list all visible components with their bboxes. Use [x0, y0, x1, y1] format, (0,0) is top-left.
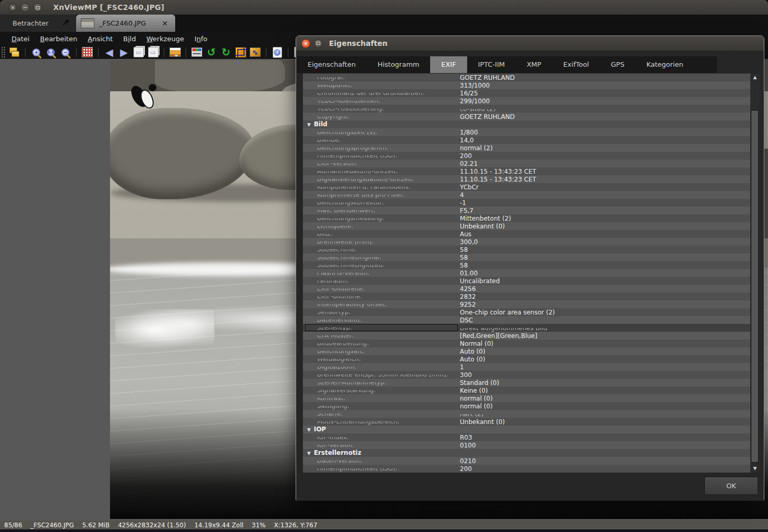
exif-row[interactable]: Farbraum:Uncalibrated — [303, 277, 750, 285]
exif-row[interactable]: Szenen-Aufnahmetyp:Standard (0) — [303, 379, 750, 386]
rotate-right-icon[interactable]: ↻ — [220, 46, 232, 58]
exif-row[interactable]: Weißabgleich:Auto (0) — [303, 355, 750, 363]
pin-icon[interactable] — [62, 19, 69, 27]
exif-row[interactable]: IOP-Version:0100 — [303, 441, 750, 449]
exif-row[interactable]: Belichtungsmessung:Mittenbetont (2) — [303, 214, 750, 222]
scrollbar-thumb[interactable] — [751, 110, 759, 463]
exif-row[interactable]: Weißpunkt:313/1000 — [303, 81, 750, 89]
rotate-left-icon[interactable]: ↺ — [205, 46, 217, 58]
exif-row[interactable]: Dateiherkunft:DSC — [303, 316, 750, 324]
dialog-tab-xmp[interactable]: XMP — [516, 56, 552, 73]
exif-row[interactable]: Filmempfindlichkeit (ISO):200 — [303, 465, 750, 473]
exif-row[interactable]: EXIF-Bildbreite:4256 — [303, 285, 750, 293]
exif-row[interactable]: SubsecTime:58 — [303, 246, 750, 253]
exif-row[interactable]: SubsecTimeDigitized:58 — [303, 261, 750, 269]
exif-scrollbar[interactable]: ▲ ▼ — [750, 74, 760, 473]
exif-row[interactable]: Motiv-Entfernungsbereich:Unbekannt (0) — [303, 418, 750, 426]
info-icon[interactable]: i — [271, 46, 283, 58]
window-close-icon[interactable]: × — [8, 3, 17, 12]
exif-row[interactable]: Komponenten d. Farbmodells:YCbCr — [303, 183, 750, 191]
previous-image-icon[interactable]: ⇦ — [132, 46, 144, 58]
scrollbar-up-icon[interactable]: ▲ — [750, 74, 760, 81]
exif-row[interactable]: Schärfe:hart (2) — [303, 410, 750, 418]
exif-row[interactable]: Signalverstärkung:Keine (0) — [303, 386, 750, 394]
exif-row[interactable]: Sättigung:normal (0) — [303, 402, 750, 410]
exif-row[interactable]: Chrominanz der drei Grundfarben:16/25 — [303, 89, 750, 97]
crop-icon[interactable] — [235, 46, 247, 58]
dialog-tab-strip: EigenschaftenHistogrammEXIFIPTC-IIMXMPEx… — [297, 56, 717, 73]
exif-row[interactable]: Belichtungskorrektur:-1 — [303, 199, 750, 207]
exif-row[interactable]: Interoperability offset:9252 — [303, 300, 750, 308]
exif-row[interactable]: Max. Blendenwert:F5,7 — [303, 207, 750, 214]
exif-row[interactable]: Bildbearbeitung:Normal (0) — [303, 340, 750, 347]
dialog-tab-exiftool[interactable]: ExifTool — [552, 56, 600, 73]
toolbar-drag-handle[interactable] — [1, 46, 6, 58]
exif-section-header[interactable]: ▼Erstellernotiz — [303, 449, 750, 457]
zoom-out-icon[interactable]: − — [59, 46, 71, 58]
window-maximize-icon[interactable] — [33, 3, 42, 12]
tab-close-icon[interactable]: ✕ — [160, 19, 170, 28]
exif-row[interactable]: Blende:14,0 — [303, 136, 750, 144]
forward-icon[interactable]: ▶ — [118, 46, 130, 58]
tab-browser[interactable]: Betrachter — [0, 15, 76, 32]
scrollbar-down-icon[interactable]: ▼ — [750, 465, 760, 473]
dialog-tab-kategorien[interactable]: Kategorien — [636, 56, 694, 73]
adjust-colors-icon[interactable] — [191, 46, 203, 58]
dialog-tab-exif[interactable]: EXIF — [430, 56, 467, 73]
exif-row[interactable]: IOP-Index:R03 — [303, 433, 750, 441]
exif-row[interactable]: Belichtungsart:Auto (0) — [303, 347, 750, 355]
exif-row[interactable]: SubsecTimeOriginal:58 — [303, 253, 750, 261]
section-collapse-icon[interactable]: ▼ — [307, 451, 311, 456]
exif-row[interactable]: Belichtungsprogramm:normal (2) — [303, 144, 750, 152]
ok-button[interactable]: OK — [704, 477, 758, 495]
section-collapse-icon[interactable]: ▼ — [307, 122, 311, 127]
section-collapse-icon[interactable]: ▼ — [307, 427, 311, 432]
exif-row[interactable]: EXIF-Version:02.21 — [303, 160, 750, 167]
resize-icon[interactable]: ↔ — [249, 46, 261, 58]
exif-row[interactable]: Digitalzoom:1 — [303, 363, 750, 371]
exif-row[interactable]: Filmempfindlichkeit (ISO):200 — [303, 152, 750, 160]
exif-section-header[interactable]: ▼Bild — [303, 120, 750, 128]
browser-icon[interactable] — [8, 46, 20, 58]
slideshow-icon[interactable] — [169, 46, 181, 58]
zoom-actual-size-icon[interactable]: 1:1 — [45, 46, 57, 58]
menu-item-bearbeiten[interactable]: Bearbeiten — [35, 33, 83, 44]
tab-image[interactable]: _FSC2460.JPG ✕ — [76, 15, 175, 32]
dialog-restore-icon[interactable] — [314, 39, 323, 48]
dialog-tab-gps[interactable]: GPS — [600, 56, 636, 73]
exif-row[interactable]: Fotograf:GOETZ RUHLAND — [303, 74, 750, 81]
exif-row[interactable]: Blitz:Aus — [303, 230, 750, 238]
exif-row[interactable]: Sensortyp:One-chip color area sensor (2) — [303, 308, 750, 316]
exif-row[interactable]: Belichtungszeit [s]:1/800 — [303, 128, 750, 136]
dialog-tab-iptc-iim[interactable]: IPTC-IIM — [467, 56, 516, 73]
next-image-icon[interactable]: ⇨ — [147, 46, 159, 58]
back-icon[interactable]: ◀ — [103, 46, 115, 58]
menu-item-ansicht[interactable]: Ansicht — [82, 33, 118, 44]
exif-row[interactable]: Digitalisierungsdatum/-uhrzeit:11.10.15 … — [303, 175, 750, 183]
zoom-in-icon[interactable]: + — [30, 46, 42, 58]
menu-item-datei[interactable]: Datei — [6, 33, 35, 44]
exif-row[interactable]: Brennweite [mm]:300,0 — [303, 238, 750, 246]
exif-row[interactable]: Lichtquelle:Unbekannt (0) — [303, 222, 750, 230]
exif-row[interactable]: Aufnahmedatum/-uhrzeit:11.10.15 - 13:43:… — [303, 167, 750, 175]
dialog-tab-eigenschaften[interactable]: Eigenschaften — [297, 56, 367, 73]
exif-row[interactable]: Kontrast:normal (0) — [303, 394, 750, 402]
menu-item-info[interactable]: Info — [189, 33, 213, 44]
exif-row[interactable]: EXIF-Bildhöhe:2832 — [303, 293, 750, 300]
exif-row[interactable]: Copyright:GOETZ RUHLAND — [303, 113, 750, 120]
exif-row[interactable]: Szenentyp:Direkt aufgenommenes Bild — [303, 324, 750, 332]
menu-item-werkzeuge[interactable]: Werkzeuge — [141, 33, 189, 44]
grid-icon[interactable] — [81, 46, 93, 58]
exif-row[interactable]: Daten-Version:0210 — [303, 457, 750, 465]
window-minimize-icon[interactable]: − — [21, 3, 30, 12]
exif-row[interactable]: Brennweite entspr. 35mm Kleinbild [mm]:3… — [303, 371, 750, 379]
exif-row[interactable]: YCbCr-Koeffizienten:299/1000 — [303, 97, 750, 105]
exif-section-header[interactable]: ▼IOP — [303, 426, 750, 433]
exif-row[interactable]: Komprimierte Bits pro Pixel:4 — [303, 191, 750, 199]
exif-row[interactable]: YCbCr-Positionierung:co-sited (2) — [303, 105, 750, 113]
dialog-close-icon[interactable]: × — [301, 39, 310, 48]
dialog-tab-histogramm[interactable]: Histogramm — [367, 56, 430, 73]
exif-row[interactable]: FlashPix-Version:01.00 — [303, 269, 750, 277]
menu-item-bild[interactable]: Bild — [118, 33, 141, 44]
exif-row[interactable]: CFA Muster:[Red,Green][Green,Blue] — [303, 332, 750, 340]
